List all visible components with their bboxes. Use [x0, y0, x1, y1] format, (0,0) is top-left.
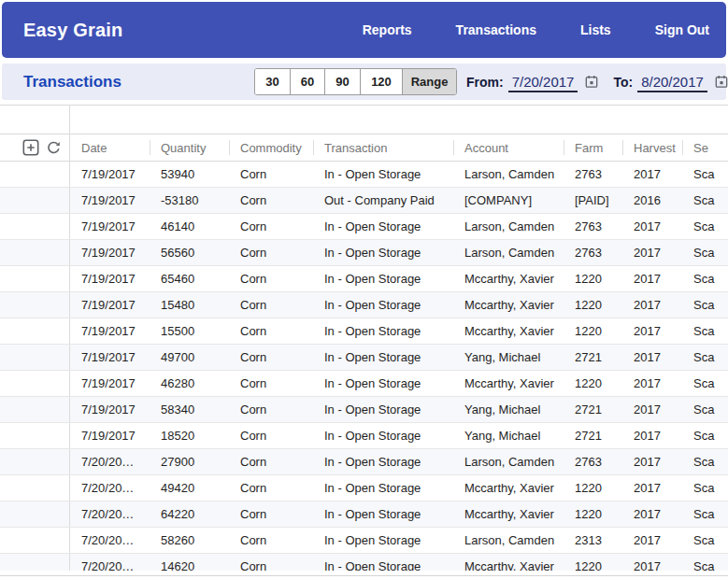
- range-custom-button[interactable]: Range: [402, 69, 456, 94]
- cell-date: 7/19/2017: [70, 240, 150, 265]
- cell-commodity: Corn: [229, 345, 313, 370]
- transaction-row[interactable]: 7/19/2017 18520 Corn In - Open Storage Y…: [0, 423, 728, 449]
- row-left-cell: [0, 423, 70, 448]
- cell-commodity: Corn: [229, 266, 313, 291]
- nav-lists[interactable]: Lists: [580, 22, 611, 37]
- cell-commodity: Corn: [229, 423, 313, 448]
- filter-bar: Transactions 30 60 90 120 Range From: 7/…: [2, 64, 726, 100]
- cell-account: Mccarthy, Xavier: [453, 475, 564, 501]
- scrollbar-track-line: [0, 575, 728, 576]
- cell-farm: [PAID]: [564, 188, 622, 213]
- nav-sign-out[interactable]: Sign Out: [655, 22, 709, 37]
- row-left-cell: [0, 292, 70, 318]
- cell-date: 7/20/20…: [70, 501, 150, 527]
- cell-section: Sca: [682, 240, 728, 265]
- cell-farm: 1220: [564, 371, 622, 396]
- cell-transaction: In - Open Storage: [313, 423, 453, 448]
- grid-actions-cell: [0, 134, 70, 161]
- cell-harvest: 2017: [622, 266, 682, 291]
- range-120-button[interactable]: 120: [360, 69, 402, 94]
- col-header-farm[interactable]: Farm: [564, 134, 622, 161]
- grid-toolbar-row: [0, 106, 728, 134]
- col-header-section[interactable]: Se: [682, 134, 728, 161]
- cell-date: 7/19/2017: [70, 397, 150, 422]
- cell-date: 7/19/2017: [70, 266, 150, 291]
- range-60-button[interactable]: 60: [290, 69, 324, 94]
- from-date-input[interactable]: 7/20/2017: [508, 72, 578, 92]
- transaction-row[interactable]: 7/19/2017 15480 Corn In - Open Storage M…: [0, 292, 728, 318]
- range-preset-group: 30 60 90 120 Range: [254, 68, 457, 95]
- cell-farm: 2721: [564, 345, 622, 370]
- transactions-grid: Date Quantity Commodity Transaction Acco…: [0, 105, 728, 579]
- col-header-transaction[interactable]: Transaction: [313, 134, 453, 161]
- date-range-controls: From: 7/20/2017 To: 8/20/2017: [466, 64, 722, 100]
- transaction-row[interactable]: 7/19/2017 46280 Corn In - Open Storage M…: [0, 371, 728, 397]
- cell-farm: 1220: [564, 266, 622, 291]
- cell-section: Sca: [682, 423, 728, 448]
- transaction-row[interactable]: 7/19/2017 65460 Corn In - Open Storage M…: [0, 266, 728, 292]
- grid-toolbar-left-cell: [0, 106, 70, 134]
- to-label: To:: [613, 75, 633, 90]
- refresh-icon[interactable]: [46, 140, 62, 156]
- row-left-cell: [0, 188, 70, 213]
- cell-quantity: 49700: [150, 345, 229, 370]
- cell-quantity: 15500: [150, 318, 229, 344]
- cell-account: Mccarthy, Xavier: [453, 371, 564, 396]
- add-transaction-icon[interactable]: [22, 139, 39, 156]
- cell-account: [COMPANY]: [453, 188, 564, 213]
- cell-commodity: Corn: [229, 318, 313, 344]
- cell-harvest: 2017: [622, 162, 682, 187]
- transaction-row[interactable]: 7/19/2017 49700 Corn In - Open Storage Y…: [0, 345, 728, 371]
- cell-account: Larson, Camden: [453, 162, 564, 187]
- range-90-button[interactable]: 90: [324, 69, 360, 94]
- transaction-row[interactable]: 7/19/2017 58340 Corn In - Open Storage Y…: [0, 397, 728, 423]
- col-header-commodity[interactable]: Commodity: [229, 134, 313, 161]
- row-left-cell: [0, 240, 70, 265]
- cell-harvest: 2017: [622, 423, 682, 448]
- cell-date: 7/20/20…: [70, 449, 150, 474]
- transaction-row[interactable]: 7/19/2017 -53180 Corn Out - Company Paid…: [0, 188, 728, 214]
- cell-transaction: In - Open Storage: [313, 292, 453, 318]
- cell-harvest: 2017: [622, 371, 682, 396]
- cell-transaction: In - Open Storage: [313, 528, 453, 553]
- cell-farm: 1220: [564, 318, 622, 344]
- cell-date: 7/20/20…: [70, 475, 150, 501]
- cell-commodity: Corn: [229, 528, 313, 553]
- transaction-row[interactable]: 7/19/2017 53940 Corn In - Open Storage L…: [0, 162, 728, 188]
- to-date-input[interactable]: 8/20/2017: [637, 72, 707, 92]
- cell-commodity: Corn: [229, 214, 313, 239]
- transaction-row[interactable]: 7/20/20… 58260 Corn In - Open Storage La…: [0, 528, 728, 554]
- cell-farm: 2763: [564, 214, 622, 239]
- app-brand[interactable]: Easy Grain: [23, 20, 123, 41]
- row-left-cell: [0, 449, 70, 474]
- transaction-row[interactable]: 7/19/2017 56560 Corn In - Open Storage L…: [0, 240, 728, 266]
- col-header-harvest[interactable]: Harvest: [622, 134, 682, 161]
- cell-transaction: In - Open Storage: [313, 475, 453, 501]
- row-left-cell: [0, 528, 70, 553]
- transaction-row[interactable]: 7/20/20… 64220 Corn In - Open Storage Mc…: [0, 501, 728, 528]
- cell-account: Mccarthy, Xavier: [453, 318, 564, 344]
- range-30-button[interactable]: 30: [255, 69, 290, 94]
- col-header-date[interactable]: Date: [70, 134, 150, 161]
- to-calendar-icon[interactable]: [715, 75, 728, 89]
- horizontal-scrollbar[interactable]: [0, 571, 728, 579]
- col-header-account[interactable]: Account: [453, 134, 564, 161]
- cell-account: Larson, Camden: [453, 240, 564, 265]
- cell-farm: 2763: [564, 162, 622, 187]
- nav-transactions[interactable]: Transactions: [456, 22, 536, 37]
- cell-harvest: 2017: [622, 292, 682, 318]
- transaction-row[interactable]: 7/20/20… 27900 Corn In - Open Storage La…: [0, 449, 728, 475]
- cell-section: Sca: [682, 266, 728, 291]
- transaction-row[interactable]: 7/20/20… 49420 Corn In - Open Storage Mc…: [0, 475, 728, 501]
- transaction-row[interactable]: 7/19/2017 15500 Corn In - Open Storage M…: [0, 318, 728, 345]
- cell-section: Sca: [682, 292, 728, 318]
- col-header-quantity[interactable]: Quantity: [150, 134, 229, 161]
- cell-quantity: -53180: [150, 188, 229, 213]
- cell-commodity: Corn: [229, 371, 313, 396]
- transaction-row[interactable]: 7/19/2017 46140 Corn In - Open Storage L…: [0, 214, 728, 240]
- row-left-cell: [0, 214, 70, 239]
- cell-quantity: 46140: [150, 214, 229, 239]
- nav-reports[interactable]: Reports: [363, 22, 412, 37]
- from-calendar-icon[interactable]: [585, 75, 598, 89]
- cell-section: Sca: [682, 188, 728, 213]
